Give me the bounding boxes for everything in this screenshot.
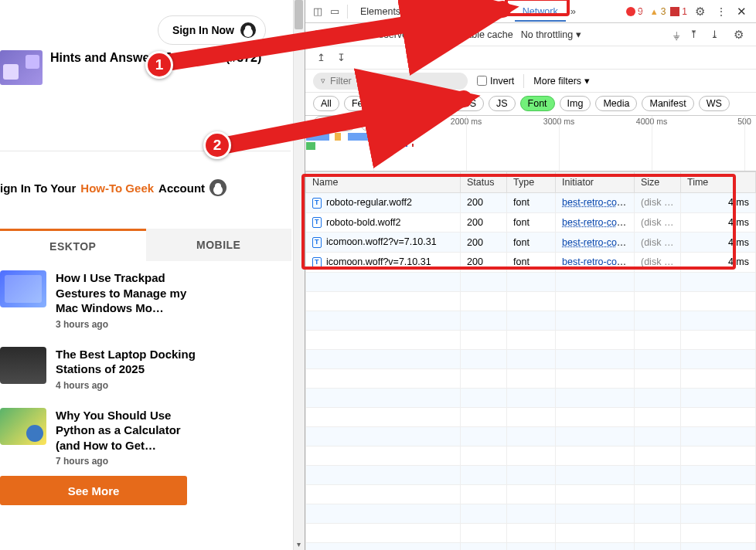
cell-initiator[interactable]: best-retro-console: [556, 253, 635, 273]
col-header-time[interactable]: Time: [681, 172, 756, 193]
table-row[interactable]: roboto-bold.woff2200fontbest-retro-conso…: [306, 212, 756, 233]
article-time: 3 hours ago: [56, 319, 201, 330]
cell-status: 200: [461, 233, 507, 253]
cell-time: 4 ms: [681, 212, 756, 233]
chevron-down-icon: ▾: [576, 29, 581, 40]
settings-icon[interactable]: ⚙: [690, 5, 710, 19]
article-title: How I Use Trackpad Gestures to Manage my…: [56, 270, 201, 316]
cell-status: 200: [461, 253, 507, 273]
table-row-empty: [306, 368, 756, 388]
tab-desktop[interactable]: ESKTOP: [0, 229, 146, 261]
more-filters-button[interactable]: More filters ▾: [533, 75, 589, 87]
article-time: 4 hours ago: [56, 380, 201, 391]
callout-badge-1: 1: [145, 51, 173, 79]
kebab-menu-icon[interactable]: ⋮: [711, 5, 730, 18]
table-row-empty: [306, 388, 756, 407]
see-more-button[interactable]: See More: [0, 476, 187, 505]
col-header-size[interactable]: Size: [635, 172, 681, 193]
network-conditions-icon[interactable]: ⏚: [673, 29, 679, 41]
cell-size: (disk ca…: [635, 253, 681, 273]
table-row[interactable]: icomoon.woff?v=7.10.31200fontbest-retro-…: [306, 253, 756, 273]
brand-name: How-To Geek: [80, 182, 154, 195]
table-row-empty: [306, 523, 756, 542]
tab-network[interactable]: Network: [515, 2, 566, 22]
cell-name: roboto-bold.woff2: [306, 212, 461, 233]
table-row[interactable]: icomoon.woff2?v=7.10.31200fontbest-retro…: [306, 233, 756, 253]
table-row-empty: [306, 407, 756, 426]
filter-chip-ws[interactable]: WS: [699, 96, 730, 111]
table-row-empty: [306, 465, 756, 484]
file-icon: [312, 217, 322, 228]
table-row-empty: [306, 484, 756, 504]
more-tabs-icon[interactable]: »: [567, 5, 579, 17]
cell-time: 4 ms: [681, 193, 756, 213]
featured-thumb: [0, 50, 43, 85]
scroll-down-icon[interactable]: ▾: [293, 538, 305, 550]
article-title: Why You Should Use Python as a Calculato…: [56, 408, 201, 453]
list-item[interactable]: How I Use Trackpad Gestures to Manage my…: [0, 270, 201, 330]
cell-time: 4 ms: [681, 253, 756, 273]
table-row-empty: [306, 446, 756, 465]
device-tabs: ESKTOP MOBILE: [0, 229, 291, 261]
cell-type: font: [507, 193, 556, 213]
cell-type: font: [507, 253, 556, 273]
signin-text-prefix: ign In To Your: [0, 182, 76, 195]
cell-name: icomoon.woff?v=7.10.31: [306, 253, 461, 273]
table-row-empty: [306, 349, 756, 368]
filter-chip-font[interactable]: Font: [520, 96, 555, 111]
col-header-initiator[interactable]: Initiator: [556, 172, 635, 193]
article-time: 7 hours ago: [56, 456, 201, 467]
cell-type: font: [507, 233, 556, 253]
filter-chip-manifest[interactable]: Manifest: [642, 96, 693, 111]
warning-badge[interactable]: 3: [649, 6, 668, 17]
article-list: How I Use Trackpad Gestures to Manage my…: [0, 270, 201, 467]
settings-icon[interactable]: ⚙: [729, 28, 748, 42]
cell-size: (disk ca…: [635, 212, 681, 233]
article-thumb: [0, 347, 46, 384]
table-row-empty: [306, 426, 756, 446]
close-icon[interactable]: ✕: [732, 5, 751, 19]
article-thumb: [0, 408, 46, 445]
table-row-empty: [306, 272, 756, 291]
cell-type: font: [507, 212, 556, 233]
error-badge[interactable]: 9: [625, 6, 647, 17]
cell-time: 4 ms: [681, 233, 756, 253]
cell-initiator[interactable]: best-retro-console: [556, 233, 635, 253]
col-header-type[interactable]: Type: [507, 172, 556, 193]
cell-name: icomoon.woff2?v=7.10.31: [306, 233, 461, 253]
throttling-select[interactable]: No throttling▾: [521, 29, 581, 40]
cell-initiator[interactable]: best-retro-console: [556, 212, 635, 233]
table-row-empty: [306, 504, 756, 523]
network-table: NameStatusTypeInitiatorSizeTime roboto-r…: [305, 171, 756, 550]
article-thumb: [0, 270, 46, 307]
tab-mobile[interactable]: MOBILE: [146, 229, 292, 261]
table-row-empty: [306, 542, 756, 550]
annotation-arrow-2: [209, 116, 472, 209]
sign-in-prompt[interactable]: ign In To Your How-To Geek Account: [0, 179, 226, 196]
table-row-empty: [306, 311, 756, 330]
file-icon: [312, 237, 322, 248]
upload-icon[interactable]: ⤒: [687, 29, 700, 40]
download-icon[interactable]: ⤓: [708, 29, 721, 40]
list-item[interactable]: The Best Laptop Docking Stations of 2025…: [0, 347, 201, 391]
cell-initiator[interactable]: best-retro-console: [556, 193, 635, 213]
filter-chip-img[interactable]: Img: [560, 96, 591, 111]
filter-chip-media[interactable]: Media: [595, 96, 637, 111]
cell-size: (disk ca…: [635, 233, 681, 253]
article-title: The Best Laptop Docking Stations of 2025: [56, 347, 201, 377]
issues-badge[interactable]: 1: [669, 6, 689, 17]
callout-badge-2: 2: [203, 131, 231, 159]
cell-status: 200: [461, 212, 507, 233]
file-icon: [312, 257, 322, 268]
list-item[interactable]: Why You Should Use Python as a Calculato…: [0, 408, 201, 467]
signin-text-suffix: Account: [158, 182, 205, 195]
table-row-empty: [306, 291, 756, 311]
table-row-empty: [306, 330, 756, 349]
cell-size: (disk ca…: [635, 193, 681, 213]
